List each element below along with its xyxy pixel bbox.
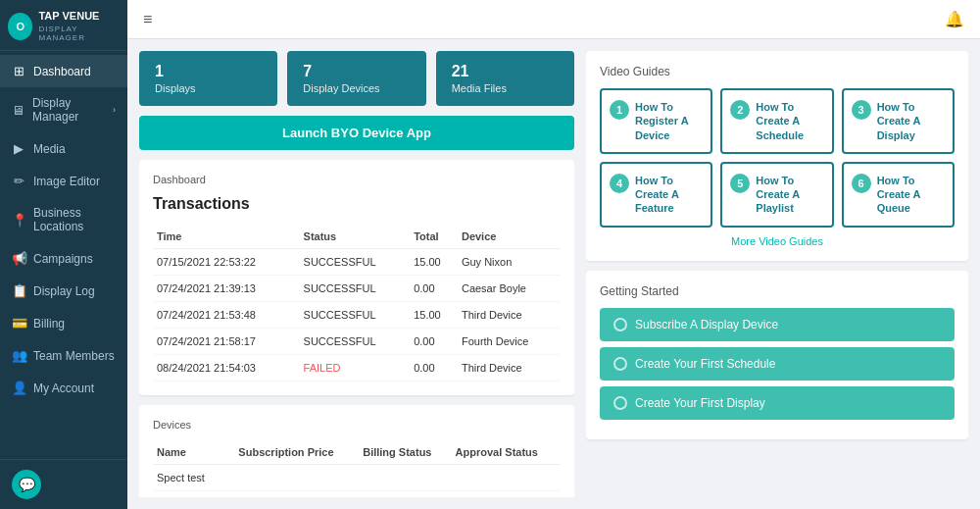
- nav-label: Business Locations: [33, 206, 116, 233]
- getting-started-item-0[interactable]: Subscribe A Display Device: [600, 308, 955, 341]
- col-header: Name: [153, 440, 234, 465]
- nav-icon: 📋: [12, 283, 25, 298]
- cell-time: 07/24/2021 21:53:48: [153, 302, 300, 329]
- left-column: 1 Displays 7 Display Devices 21 Media Fi…: [139, 51, 574, 497]
- sidebar-item-my-account[interactable]: 👤 My Account: [0, 372, 127, 404]
- more-guides-link[interactable]: More Video Guides: [600, 235, 955, 247]
- sidebar-item-campaigns[interactable]: 📢 Campaigns: [0, 242, 127, 275]
- cell-device: Fourth Device: [458, 329, 561, 355]
- cell-time: 07/24/2021 21:58:17: [153, 329, 300, 355]
- guide-text: How To Create A Feature: [635, 174, 703, 216]
- nav-label: Media: [33, 142, 66, 156]
- guide-card-1[interactable]: 1 How To Register A Device: [600, 88, 712, 154]
- guide-card-2[interactable]: 2 How To Create A Schedule: [720, 88, 833, 154]
- nav-label: Billing: [33, 317, 65, 331]
- cell-approval: [452, 491, 561, 498]
- cell-device: Third Device: [458, 302, 561, 329]
- sidebar-item-team-members[interactable]: 👥 Team Members: [0, 339, 127, 372]
- guide-card-4[interactable]: 4 How To Create A Feature: [600, 162, 712, 228]
- getting-started-items: Subscribe A Display Device Create Your F…: [600, 308, 955, 420]
- getting-started-item-2[interactable]: Create Your First Display: [600, 386, 955, 420]
- gs-item-label: Create Your First Display: [635, 396, 765, 410]
- guide-number: 4: [610, 174, 629, 193]
- devices-table: NameSubscription PriceBilling StatusAppr…: [153, 440, 561, 497]
- cell-price: 15.00: [234, 491, 359, 498]
- bell-icon[interactable]: 🔔: [945, 10, 964, 28]
- stat-number: 21: [452, 63, 559, 80]
- guide-card-5[interactable]: 5 How To Create A Playlist: [720, 162, 833, 228]
- cell-device: Caesar Boyle: [458, 276, 561, 302]
- video-guides-card: Video Guides 1 How To Register A Device …: [586, 51, 968, 261]
- cell-status: FAILED: [300, 355, 411, 382]
- col-header: Total: [410, 225, 458, 249]
- sidebar-item-dashboard[interactable]: ⊞ Dashboard: [0, 55, 127, 87]
- transactions-card: Dashboard Transactions TimeStatusTotalDe…: [139, 160, 574, 395]
- gs-item-label: Subscribe A Display Device: [635, 318, 778, 331]
- sidebar-item-display-manager[interactable]: 🖥 Display Manager ›: [0, 87, 127, 132]
- logo-circle: O: [8, 13, 32, 40]
- stat-label: Media Files: [452, 82, 559, 94]
- guide-number: 3: [852, 100, 871, 120]
- nav-icon: ⊞: [12, 64, 25, 78]
- cell-status: SUCCESSFUL: [300, 276, 411, 302]
- gs-radio: [613, 357, 627, 371]
- cell-total: 15.00: [410, 249, 458, 276]
- guides-grid: 1 How To Register A Device 2 How To Crea…: [600, 88, 955, 228]
- nav-label: Display Log: [33, 284, 95, 298]
- col-header: Status: [300, 225, 411, 249]
- gs-item-label: Create Your First Schedule: [635, 357, 775, 371]
- stat-number: 1: [155, 63, 262, 80]
- gs-radio: [613, 318, 627, 331]
- guide-card-3[interactable]: 3 How To Create A Display: [842, 88, 955, 154]
- launch-byo-button[interactable]: Launch BYO Device App: [139, 116, 574, 150]
- sidebar-item-display-log[interactable]: 📋 Display Log: [0, 275, 127, 307]
- nav-icon: 📍: [12, 213, 25, 228]
- table-row: 07/24/2021 21:39:13 SUCCESSFUL 0.00 Caes…: [153, 276, 561, 302]
- getting-started-card: Getting Started Subscribe A Display Devi…: [586, 271, 968, 439]
- guide-number: 6: [852, 174, 871, 193]
- chevron-icon: ›: [113, 105, 116, 115]
- stat-card-media-files: 21 Media Files: [436, 51, 574, 106]
- transactions-tbody: 07/15/2021 22:53:22 SUCCESSFUL 15.00 Guy…: [153, 249, 561, 382]
- cell-device: Third Device: [458, 355, 561, 382]
- gs-radio: [613, 396, 627, 410]
- col-header: Device: [458, 225, 561, 249]
- cell-billing: [359, 465, 451, 491]
- cell-total: 15.00: [410, 302, 458, 329]
- nav-icon: 👤: [12, 381, 25, 395]
- sidebar-item-image-editor[interactable]: ✏ Image Editor: [0, 165, 127, 197]
- cell-time: 07/15/2021 22:53:22: [153, 249, 300, 276]
- getting-started-item-1[interactable]: Create Your First Schedule: [600, 347, 955, 381]
- sidebar-footer: 💬: [0, 459, 127, 509]
- sidebar-item-billing[interactable]: 💳 Billing: [0, 307, 127, 339]
- nav-label: Team Members: [33, 349, 115, 363]
- top-bar: ≡ 🔔: [127, 0, 980, 39]
- sidebar-item-business-locations[interactable]: 📍 Business Locations: [0, 197, 127, 242]
- logo-text: TAP VENUE: [38, 10, 120, 23]
- stat-label: Displays: [155, 82, 262, 94]
- cell-time: 07/24/2021 21:39:13: [153, 276, 300, 302]
- video-guides-title: Video Guides: [600, 65, 955, 78]
- hamburger-icon[interactable]: ≡: [143, 11, 152, 28]
- col-header: Subscription Price: [234, 440, 359, 465]
- sidebar-nav: ⊞ Dashboard 🖥 Display Manager › ▶ Media …: [0, 51, 127, 459]
- devices-tbody: Spect test Sixth Device 15.00 paid: [153, 465, 561, 498]
- col-header: Approval Status: [452, 440, 561, 465]
- transactions-title: Transactions: [153, 195, 561, 213]
- chat-icon[interactable]: 💬: [12, 470, 41, 499]
- cell-time: 08/24/2021 21:54:03: [153, 355, 300, 382]
- stat-card-display-devices: 7 Display Devices: [287, 51, 425, 106]
- nav-label: Campaigns: [33, 252, 93, 266]
- nav-icon: 💳: [12, 316, 25, 331]
- cell-total: 0.00: [410, 276, 458, 302]
- getting-started-title: Getting Started: [600, 284, 955, 298]
- transactions-table: TimeStatusTotalDevice 07/15/2021 22:53:2…: [153, 225, 561, 382]
- guide-text: How To Create A Queue: [877, 174, 945, 216]
- table-row: 08/24/2021 21:54:03 FAILED 0.00 Third De…: [153, 355, 561, 382]
- cell-billing: paid: [359, 491, 451, 498]
- nav-icon: ✏: [12, 174, 25, 188]
- guide-card-6[interactable]: 6 How To Create A Queue: [842, 162, 955, 228]
- sidebar-item-media[interactable]: ▶ Media: [0, 132, 127, 165]
- guide-number: 5: [730, 174, 750, 193]
- cell-price: [234, 465, 359, 491]
